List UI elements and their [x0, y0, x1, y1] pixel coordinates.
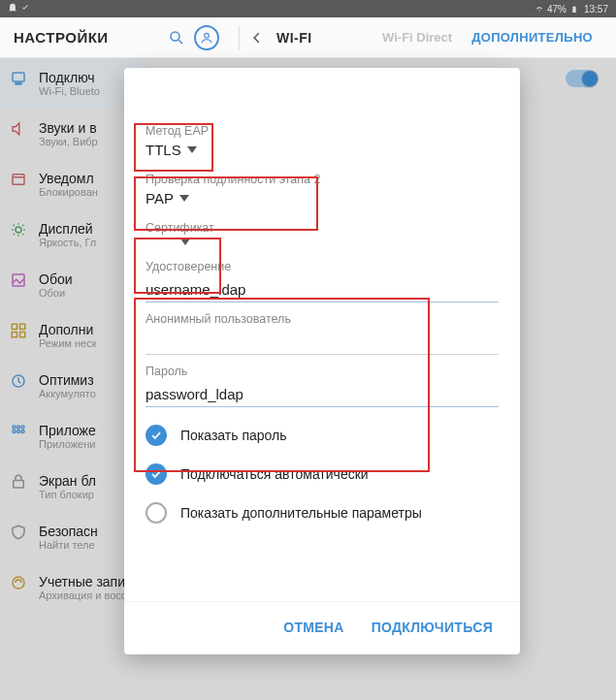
checkbox-checked-icon — [146, 463, 167, 485]
phase2-select[interactable]: PAP — [146, 190, 499, 211]
auto-connect-label: Подключаться автоматически — [180, 466, 369, 482]
phase2-label: Проверка подлинности этапа 2 — [146, 173, 499, 186]
eap-method-select[interactable]: TTLS — [146, 142, 499, 163]
profile-icon[interactable] — [194, 25, 219, 50]
alarm-icon — [8, 3, 17, 13]
dialog-actions: ОТМЕНА ПОДКЛЮЧИТЬСЯ — [124, 601, 520, 654]
svg-point-2 — [171, 32, 179, 41]
show-password-row[interactable]: Показать пароль — [146, 425, 499, 446]
wifi-icon — [534, 4, 543, 14]
password-input[interactable] — [146, 382, 499, 407]
chevron-down-icon — [180, 239, 190, 245]
eap-method-value: TTLS — [146, 142, 181, 158]
svg-rect-0 — [572, 7, 575, 13]
svg-line-3 — [178, 40, 182, 44]
more-link[interactable]: ДОПОЛНИТЕЛЬНО — [462, 30, 602, 45]
cancel-button[interactable]: ОТМЕНА — [283, 620, 343, 635]
show-advanced-row[interactable]: Показать дополнительные параметры — [146, 502, 499, 524]
wifi-direct-link[interactable]: Wi-Fi Direct — [373, 30, 462, 45]
show-advanced-label: Показать дополнительные параметры — [180, 505, 422, 521]
search-icon[interactable] — [159, 20, 194, 55]
wifi-connect-dialog: Метод EAP TTLS Проверка подлинности этап… — [124, 68, 520, 654]
svg-rect-1 — [573, 6, 574, 7]
show-password-label: Показать пароль — [180, 428, 287, 443]
chevron-down-icon — [179, 195, 189, 202]
settings-heading: НАСТРОЙКИ — [14, 29, 159, 46]
phase2-value: PAP — [146, 190, 174, 207]
check-icon — [20, 3, 30, 13]
connect-button[interactable]: ПОДКЛЮЧИТЬСЯ — [372, 620, 493, 635]
chevron-down-icon — [187, 146, 197, 153]
identity-label: Удостоверение — [146, 260, 499, 273]
back-button[interactable] — [245, 31, 269, 45]
password-label: Пароль — [146, 365, 499, 378]
anonymous-input[interactable] — [146, 330, 499, 355]
battery-percent: 47% — [547, 4, 567, 15]
identity-input[interactable] — [146, 277, 499, 302]
section-heading: WI-FI — [276, 30, 312, 46]
separator — [239, 26, 240, 49]
status-bar: 47% 13:57 — [0, 0, 616, 17]
eap-method-label: Метод EAP — [146, 124, 499, 138]
clock: 13:57 — [584, 4, 608, 15]
action-bar: НАСТРОЙКИ WI-FI Wi-Fi Direct ДОПОЛНИТЕЛЬ… — [0, 17, 616, 58]
checkbox-checked-icon — [146, 425, 167, 446]
auto-connect-row[interactable]: Подключаться автоматически — [146, 463, 499, 485]
certificate-select[interactable] — [146, 239, 499, 250]
battery-icon — [570, 4, 580, 14]
checkbox-unchecked-icon — [146, 502, 167, 524]
svg-point-4 — [205, 33, 210, 38]
anonymous-label: Анонимный пользователь — [146, 312, 499, 326]
certificate-label: Сертификат — [146, 221, 499, 235]
